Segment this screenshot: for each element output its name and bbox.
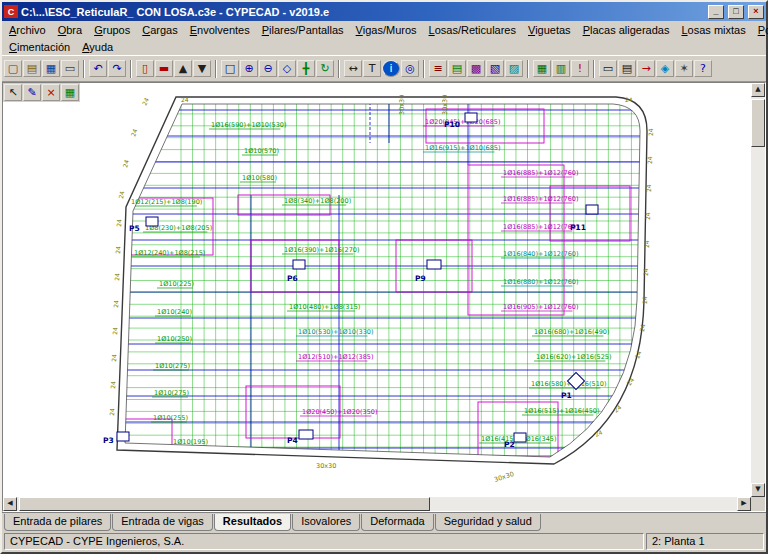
beam-tool-icon[interactable]: ▬: [155, 60, 173, 77]
tab-deformada[interactable]: Deformada: [361, 514, 433, 531]
help-icon[interactable]: ?: [694, 60, 712, 77]
menu-placas-aligeradas[interactable]: Placas aligeradas: [577, 23, 676, 37]
isovalues-icon[interactable]: ▨: [505, 60, 523, 77]
vertical-scroll-thumb[interactable]: [751, 99, 765, 147]
zoom-previous-icon[interactable]: ◇: [278, 60, 296, 77]
toolbar-separator: [593, 60, 595, 78]
measure-icon[interactable]: ↔: [344, 60, 362, 77]
3d-view-icon[interactable]: ◈: [656, 60, 674, 77]
scroll-up-icon[interactable]: ▲: [751, 83, 765, 97]
menu-vigas-muros[interactable]: Vigas/Muros: [350, 23, 423, 37]
menu-postesados[interactable]: Postesados: [752, 23, 768, 37]
minimize-button[interactable]: _: [708, 5, 724, 19]
horizontal-scrollbar[interactable]: ◀ ▶: [3, 497, 751, 511]
column-marker: [465, 113, 477, 122]
group-down-icon[interactable]: ▼: [193, 60, 211, 77]
menu-cargas[interactable]: Cargas: [136, 23, 183, 37]
scroll-right-icon[interactable]: ▶: [737, 497, 751, 511]
zoom-window-icon[interactable]: □: [221, 60, 239, 77]
text-tool-icon[interactable]: T: [363, 60, 381, 77]
close-button[interactable]: ×: [748, 5, 764, 19]
scroll-left-icon[interactable]: ◀: [3, 497, 17, 511]
tab-seguridad-y-salud[interactable]: Seguridad y salud: [435, 514, 541, 531]
export-icon[interactable]: →: [637, 60, 655, 77]
menu-losas-mixtas[interactable]: Losas mixtas: [675, 23, 751, 37]
dimension-label: 24: [633, 350, 642, 360]
column-marker: [146, 217, 158, 226]
status-bar: CYPECAD - CYPE Ingenieros, S.A. 2: Plant…: [2, 531, 766, 552]
dimension-label: 24: [114, 246, 122, 254]
redraw-icon[interactable]: ↻: [316, 60, 334, 77]
save-icon[interactable]: ▦: [42, 60, 60, 77]
plan-canvas-svg[interactable]: 2424242424242424242424242424242424242424…: [3, 83, 751, 497]
open-project-icon[interactable]: ▤: [23, 60, 41, 77]
menu-archivo[interactable]: Archivo: [3, 23, 52, 37]
column-marker: [514, 433, 526, 442]
tab-entrada-de-vigas[interactable]: Entrada de vigas: [112, 514, 213, 531]
maximize-button[interactable]: □: [728, 5, 744, 19]
group-up-icon[interactable]: ▲: [174, 60, 192, 77]
toolbar-separator: [338, 60, 340, 78]
calculate-floor-icon[interactable]: ▥: [552, 60, 570, 77]
rebar-label: 1Ø16(515)+1Ø16(450): [524, 407, 599, 415]
zoom-in-icon[interactable]: ⊕: [240, 60, 258, 77]
configuration-icon[interactable]: ✶: [675, 60, 693, 77]
select-icon[interactable]: ↖: [4, 84, 22, 101]
vertical-scrollbar[interactable]: ▲ ▼: [751, 83, 765, 497]
title-bar[interactable]: C C:\...\ESC_ReticulaR_ CON LOSA.c3e - C…: [2, 2, 766, 21]
calculate-icon[interactable]: ▦: [533, 60, 551, 77]
delete-icon[interactable]: ×: [42, 84, 60, 101]
views-icon[interactable]: ▧: [486, 60, 504, 77]
horizontal-scroll-thumb[interactable]: [19, 497, 430, 511]
punching-shear-icon[interactable]: ▩: [467, 60, 485, 77]
column-marker: [293, 260, 305, 269]
dimension-label: 24: [110, 354, 118, 362]
tab-entrada-de-pilares[interactable]: Entrada de pilares: [4, 514, 111, 531]
column-label: P1: [561, 391, 572, 400]
undo-icon[interactable]: ↶: [89, 60, 107, 77]
column-label: P2: [504, 440, 515, 449]
menu-losas-reticulares[interactable]: Losas/Reticulares: [423, 23, 522, 37]
beam-reinforcement-icon[interactable]: ≡: [429, 60, 447, 77]
tab-isovalores[interactable]: Isovalores: [292, 514, 360, 531]
menu-cimentacion[interactable]: Cimentación: [3, 40, 76, 54]
reports-icon[interactable]: ▤: [618, 60, 636, 77]
pan-icon[interactable]: ╋: [297, 60, 315, 77]
column-tool-icon[interactable]: ▯: [136, 60, 154, 77]
main-toolbar: ▢▤▦▭↶↷▯▬▲▼□⊕⊖◇╋↻↔Ti◎≡▤▩▧▨▦▥!▭▤→◈✶?: [2, 55, 766, 82]
search-icon[interactable]: ◎: [401, 60, 419, 77]
menu-obra[interactable]: Obra: [52, 23, 88, 37]
tab-resultados[interactable]: Resultados: [214, 514, 291, 531]
check-errors-icon[interactable]: !: [571, 60, 589, 77]
rebar-label: 1Ø16(590)+1Ø10(530): [211, 121, 286, 129]
rebar-label: 1Ø16(885)+1Ø12(760): [503, 169, 578, 177]
redo-icon[interactable]: ↷: [108, 60, 126, 77]
rebar-label: 1Ø16(390)+1Ø16(270): [284, 246, 359, 254]
new-project-icon[interactable]: ▢: [4, 60, 22, 77]
grid-snap-icon[interactable]: ▦: [61, 84, 79, 101]
print-icon[interactable]: ▭: [61, 60, 79, 77]
rebar-label: 1Ø16(840)+1Ø12(760): [503, 250, 578, 258]
rebar-label: 1Ø16(885)+1Ø12(760): [503, 223, 578, 231]
edit-icon[interactable]: ✎: [23, 84, 41, 101]
dimension-label: 30x30: [493, 470, 515, 484]
slab-reinforcement-icon[interactable]: ▤: [448, 60, 466, 77]
menu-ayuda[interactable]: Ayuda: [76, 40, 119, 54]
drawings-icon[interactable]: ▭: [599, 60, 617, 77]
menu-viguetas[interactable]: Viguetas: [522, 23, 577, 37]
rebar-label: 1Ø16(905)+1Ø12(760): [503, 303, 578, 311]
info-icon[interactable]: i: [382, 60, 400, 77]
menu-grupos[interactable]: Grupos: [88, 23, 136, 37]
rebar-label: 1Ø12(215)+1Ø8(190): [131, 198, 202, 206]
menu-envolventes[interactable]: Envolventes: [184, 23, 256, 37]
dimension-label: 24: [644, 212, 651, 220]
dimension-label: 24: [181, 96, 189, 103]
rebar-label: 1Ø8(340)+1Ø8(200): [284, 197, 351, 205]
app-window: C C:\...\ESC_ReticulaR_ CON LOSA.c3e - C…: [0, 0, 768, 554]
menu-pilares-pantallas[interactable]: Pilares/Pantallas: [256, 23, 350, 37]
rebar-label: 1Ø10(570): [244, 147, 279, 155]
scroll-down-icon[interactable]: ▼: [751, 483, 765, 497]
zoom-out-icon[interactable]: ⊖: [259, 60, 277, 77]
column-marker: [299, 430, 313, 439]
dimension-label: 24: [647, 128, 654, 136]
